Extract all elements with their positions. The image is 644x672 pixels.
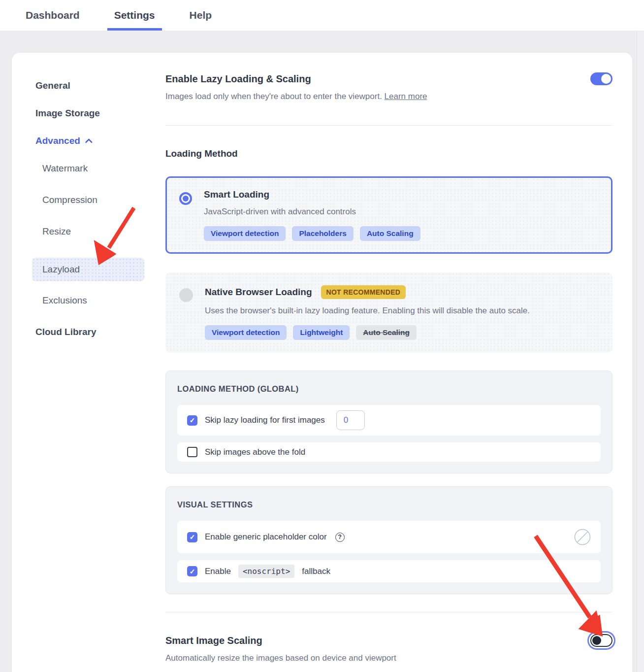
radio-selected-icon[interactable] [179, 192, 192, 205]
nav-tab-dashboard[interactable]: Dashboard [19, 0, 87, 31]
learn-more-link[interactable]: Learn more [385, 92, 427, 101]
tag-placeholders: Placeholders [292, 226, 354, 241]
checkbox-checked-icon[interactable]: ✓ [187, 566, 197, 576]
scrollbar-track[interactable] [637, 31, 644, 672]
help-icon[interactable]: ? [335, 533, 345, 542]
nav-tab-settings[interactable]: Settings [107, 0, 162, 31]
smart-scaling-description: Automatically resize the images based on… [165, 653, 612, 663]
noscript-code-chip: <noscript> [238, 565, 294, 578]
sidebar-item-advanced[interactable]: Advanced [35, 135, 165, 146]
tag-viewport-detection: Viewport detection [205, 325, 287, 340]
tag-viewport-detection: Viewport detection [204, 226, 286, 241]
smart-scaling-title: Smart Image Scaling [165, 635, 262, 646]
no-color-icon[interactable] [574, 529, 591, 545]
settings-sidebar: General Image Storage Advanced Watermark… [12, 53, 165, 672]
skip-first-images-row: ✓ Skip lazy loading for first images [177, 405, 601, 436]
sidebar-item-label: Advanced [35, 135, 80, 146]
visual-settings-panel: VISUAL SETTINGS ✓ Enable generic placeho… [165, 486, 612, 594]
noscript-label-suffix: fallback [302, 567, 330, 576]
top-nav: Dashboard Settings Help [0, 0, 644, 31]
tag-lightweight: Lightweight [293, 325, 350, 340]
divider [165, 125, 612, 126]
toggle-knob [601, 74, 611, 84]
placeholder-color-label: Enable generic placeholder color [205, 532, 327, 542]
sidebar-item-exclusions[interactable]: Exclusions [42, 295, 165, 306]
noscript-fallback-row: ✓ Enable <noscript> fallback [177, 560, 601, 582]
sidebar-item-image-storage[interactable]: Image Storage [35, 108, 165, 119]
skip-first-images-input[interactable] [336, 410, 365, 430]
native-loading-description: Uses the browser's built-in lazy loading… [205, 306, 530, 316]
smart-loading-description: JavaScript-driven with advanced controls [204, 207, 420, 217]
not-recommended-badge: NOT RECOMMENDED [321, 285, 406, 299]
sidebar-item-watermark[interactable]: Watermark [42, 163, 165, 174]
placeholder-color-row: ✓ Enable generic placeholder color ? [177, 521, 601, 553]
settings-card: General Image Storage Advanced Watermark… [12, 53, 632, 672]
sidebar-item-resize[interactable]: Resize [42, 226, 165, 237]
checkbox-unchecked-icon[interactable] [187, 447, 197, 457]
chevron-up-icon [85, 138, 93, 146]
tag-auto-scaling-disabled: Auto Scaling [356, 325, 417, 340]
lazy-loading-toggle[interactable] [590, 72, 612, 85]
lazy-loading-title: Enable Lazy Loading & Scaling [165, 73, 311, 85]
divider [165, 612, 612, 612]
native-loading-title: Native Browser Loading [205, 287, 312, 298]
option-native-loading[interactable]: Native Browser Loading NOT RECOMMENDED U… [165, 272, 612, 353]
radio-dot [183, 196, 189, 202]
loading-method-heading: Loading Method [165, 148, 612, 159]
radio-unselected-icon[interactable] [179, 288, 193, 302]
skip-first-images-label: Skip lazy loading for first images [205, 415, 325, 425]
noscript-label-prefix: Enable [205, 567, 231, 576]
description-text: Images load only when they're about to e… [165, 92, 382, 101]
option-smart-loading[interactable]: Smart Loading JavaScript-driven with adv… [165, 176, 612, 254]
sidebar-item-general[interactable]: General [35, 80, 165, 91]
settings-main: Enable Lazy Loading & Scaling Images loa… [165, 53, 632, 672]
checkbox-checked-icon[interactable]: ✓ [187, 532, 197, 542]
skip-above-fold-row: Skip images above the fold [177, 442, 601, 462]
skip-above-fold-label: Skip images above the fold [205, 447, 305, 457]
panel-heading: LOADING METHOD (GLOBAL) [177, 384, 601, 394]
nav-tab-help[interactable]: Help [183, 0, 219, 31]
sidebar-item-cloud-library[interactable]: Cloud Library [35, 327, 165, 337]
loading-method-global-panel: LOADING METHOD (GLOBAL) ✓ Skip lazy load… [165, 370, 612, 473]
smart-scaling-toggle[interactable] [590, 634, 612, 647]
smart-loading-title: Smart Loading [204, 189, 420, 200]
checkbox-checked-icon[interactable]: ✓ [187, 415, 197, 426]
sidebar-item-compression[interactable]: Compression [42, 195, 165, 205]
toggle-knob [592, 636, 601, 645]
tag-auto-scaling: Auto Scaling [360, 226, 420, 241]
lazy-loading-description: Images load only when they're about to e… [165, 92, 612, 101]
panel-heading: VISUAL SETTINGS [177, 500, 601, 509]
sidebar-item-lazyload[interactable]: Lazyload [32, 258, 144, 281]
